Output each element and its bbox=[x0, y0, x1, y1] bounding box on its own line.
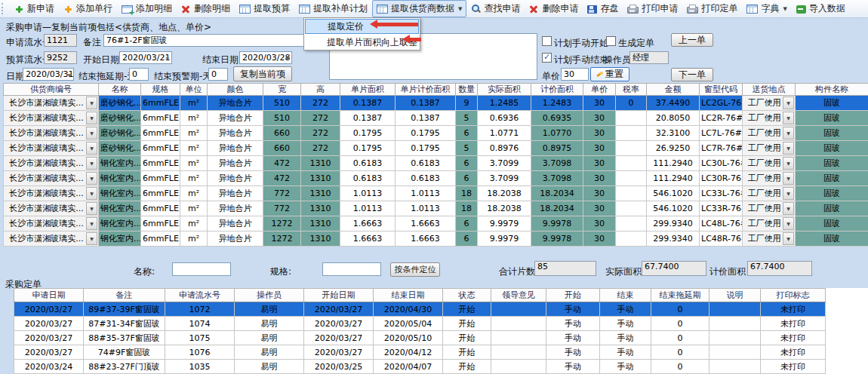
grid-cell[interactable]: 手动 bbox=[546, 317, 600, 331]
grid-cell[interactable]: LC48L-76#.. bbox=[700, 216, 743, 231]
grid-cell[interactable]: 510 bbox=[263, 111, 301, 126]
grid-cell[interactable]: 0 bbox=[651, 317, 709, 331]
grid-cell[interactable]: 6mmFLE... bbox=[141, 186, 180, 201]
grid-cell[interactable]: 5 bbox=[456, 111, 478, 126]
grid-cell[interactable]: 0 bbox=[616, 96, 647, 111]
grid-cell[interactable]: 0.8975 bbox=[531, 141, 583, 156]
request-no-field[interactable]: 1121 bbox=[44, 34, 77, 47]
grid-cell[interactable]: 3.7098 bbox=[531, 156, 583, 171]
grid-cell[interactable]: 0.1387 bbox=[396, 111, 456, 126]
grid-cell[interactable]: 87#31-34F窗固玻 bbox=[84, 317, 165, 331]
remark-field[interactable]: 76#1-2F窗固玻 bbox=[103, 34, 321, 47]
delivery-location-combo[interactable]: 工厂使用▼ bbox=[743, 171, 796, 186]
grid-cell[interactable] bbox=[616, 156, 647, 171]
column-header[interactable]: 状态 bbox=[443, 289, 491, 302]
grid-cell[interactable]: 20.8050 bbox=[647, 111, 700, 126]
grid-cell[interactable]: 18.2034 bbox=[531, 186, 583, 201]
table-row[interactable]: 长沙市潇湘玻璃实...▼磨砂钢化...6mmFLE...m²异地合片510272… bbox=[4, 96, 868, 111]
grid-cell[interactable]: 2020/03/27 bbox=[304, 302, 374, 317]
column-header[interactable]: 构件名称 bbox=[796, 84, 868, 96]
grid-cell[interactable]: 510 bbox=[263, 96, 301, 111]
column-header[interactable]: 高 bbox=[301, 84, 340, 96]
delivery-location-combo[interactable]: 工厂使用▼ bbox=[743, 96, 796, 111]
grid-cell[interactable]: 0.1387 bbox=[340, 111, 396, 126]
grid-cell[interactable]: 2020/05/04 bbox=[374, 317, 443, 331]
chevron-down-icon[interactable]: ▼ bbox=[86, 202, 97, 215]
grid-cell[interactable]: 2020/04/12 bbox=[374, 345, 443, 360]
chevron-down-icon[interactable]: ▼ bbox=[86, 187, 97, 200]
grid-cell[interactable]: 0.1387 bbox=[340, 96, 396, 111]
grid-cell[interactable]: 272 bbox=[301, 126, 340, 141]
grid-cell[interactable]: 2020/03/25 bbox=[304, 360, 374, 374]
grid-cell[interactable]: 6mmFLE... bbox=[141, 111, 180, 126]
supplier-combo[interactable]: 长沙市潇湘玻璃实...▼ bbox=[4, 216, 99, 231]
grid-cell[interactable]: 299.9340 bbox=[647, 216, 700, 231]
grid-cell[interactable]: 272 bbox=[301, 141, 340, 156]
grid-cell[interactable]: 开始 bbox=[443, 317, 491, 331]
grid-cell[interactable]: 钢化室内... bbox=[99, 201, 141, 216]
grid-cell[interactable]: 固玻 bbox=[796, 216, 868, 231]
grid-cell[interactable]: 未打印 bbox=[761, 345, 826, 360]
grid-cell[interactable]: 18.2034 bbox=[531, 201, 583, 216]
grid-cell[interactable]: 0.6183 bbox=[340, 171, 396, 186]
grid-cell[interactable]: 88#35-37F窗固玻 bbox=[84, 331, 165, 345]
extract-budget-button[interactable]: 提取预算 bbox=[235, 0, 294, 17]
grid-cell[interactable]: 1.6663 bbox=[396, 216, 456, 231]
grid-cell[interactable]: 磨砂钢化... bbox=[99, 141, 141, 156]
grid-cell[interactable]: 异地合片 bbox=[208, 186, 263, 201]
grid-cell[interactable]: 磨砂钢化... bbox=[99, 126, 141, 141]
grid-cell[interactable] bbox=[709, 345, 761, 360]
delivery-location-combo[interactable]: 工厂使用▼ bbox=[743, 141, 796, 156]
grid-cell[interactable] bbox=[616, 201, 647, 216]
grid-cell[interactable]: 异地合片 bbox=[208, 231, 263, 247]
grid-cell[interactable]: 30 bbox=[583, 231, 616, 247]
end-delay-field[interactable]: 0 bbox=[129, 68, 149, 81]
grid-cell[interactable]: 9.9979 bbox=[478, 231, 531, 247]
grid-cell[interactable]: 1310 bbox=[301, 231, 340, 247]
generate-order-checkbox[interactable] bbox=[606, 36, 616, 46]
save-button[interactable]: 存盘 bbox=[583, 0, 623, 17]
delivery-location-combo[interactable]: 工厂使用▼ bbox=[743, 231, 796, 247]
delivery-location-combo[interactable]: 工厂使用▼ bbox=[743, 126, 796, 141]
delivery-location-combo[interactable]: 工厂使用▼ bbox=[743, 111, 796, 126]
grid-cell[interactable]: 2020/03/27 bbox=[304, 331, 374, 345]
unit-price-field[interactable]: 30 bbox=[561, 68, 589, 81]
column-header[interactable]: 送货地点 bbox=[743, 84, 796, 96]
grid-cell[interactable]: 6mmFLE... bbox=[141, 171, 180, 186]
grid-cell[interactable]: 固玻 bbox=[796, 126, 868, 141]
grid-cell[interactable]: 2020/03/27 bbox=[14, 302, 84, 317]
grid-cell[interactable]: 未打印 bbox=[761, 317, 826, 331]
column-header[interactable]: 单价 bbox=[583, 84, 616, 96]
grid-cell[interactable]: 手动 bbox=[546, 345, 600, 360]
grid-cell[interactable]: 手动 bbox=[600, 345, 651, 360]
grid-cell[interactable]: 2020/03/27 bbox=[14, 317, 84, 331]
table-row[interactable]: 2020/03/2788#35-37F窗固玻1075易明2020/03/2720… bbox=[14, 331, 826, 345]
grid-cell[interactable]: 299.9340 bbox=[647, 231, 700, 247]
grid-cell[interactable]: 1310 bbox=[301, 186, 340, 201]
grid-cell[interactable]: 1.6663 bbox=[396, 231, 456, 247]
grid-cell[interactable]: 30 bbox=[583, 201, 616, 216]
find-request-button[interactable]: 查找申请 bbox=[466, 0, 525, 17]
grid-cell[interactable]: 钢化室内... bbox=[99, 156, 141, 171]
grid-cell[interactable]: 32.3100 bbox=[647, 126, 700, 141]
grid-cell[interactable]: 30 bbox=[583, 126, 616, 141]
supplier-combo[interactable]: 长沙市潇湘玻璃实...▼ bbox=[4, 141, 99, 156]
grid-cell[interactable]: 2020/05/10 bbox=[374, 331, 443, 345]
grid-cell[interactable]: 2020/03/24 bbox=[14, 360, 84, 374]
grid-cell[interactable]: 未打印 bbox=[761, 302, 826, 317]
grid-cell[interactable]: 易明 bbox=[235, 331, 304, 345]
column-header[interactable]: 说明 bbox=[709, 289, 761, 302]
grid-cell[interactable]: 3.7099 bbox=[478, 156, 531, 171]
grid-cell[interactable]: LC33R-76#.. bbox=[700, 201, 743, 216]
delivery-location-combo[interactable]: 工厂使用▼ bbox=[743, 201, 796, 216]
grid-cell[interactable]: m² bbox=[180, 96, 208, 111]
dictionary-button[interactable]: 字典▼ bbox=[742, 0, 791, 17]
supplier-combo[interactable]: 长沙市潇湘玻璃实...▼ bbox=[4, 111, 99, 126]
budget-no-field[interactable]: 9252 bbox=[44, 51, 77, 64]
grid-cell[interactable]: 开始 bbox=[443, 331, 491, 345]
column-header[interactable]: 名称 bbox=[99, 84, 141, 96]
grid-cell[interactable]: 开始 bbox=[443, 302, 491, 317]
grid-cell[interactable]: 手动 bbox=[546, 331, 600, 345]
grid-cell[interactable]: 1310 bbox=[301, 171, 340, 186]
table-row[interactable]: 长沙市潇湘玻璃实...▼钢化室内...6mmFLE...m²异地合片472131… bbox=[4, 171, 868, 186]
